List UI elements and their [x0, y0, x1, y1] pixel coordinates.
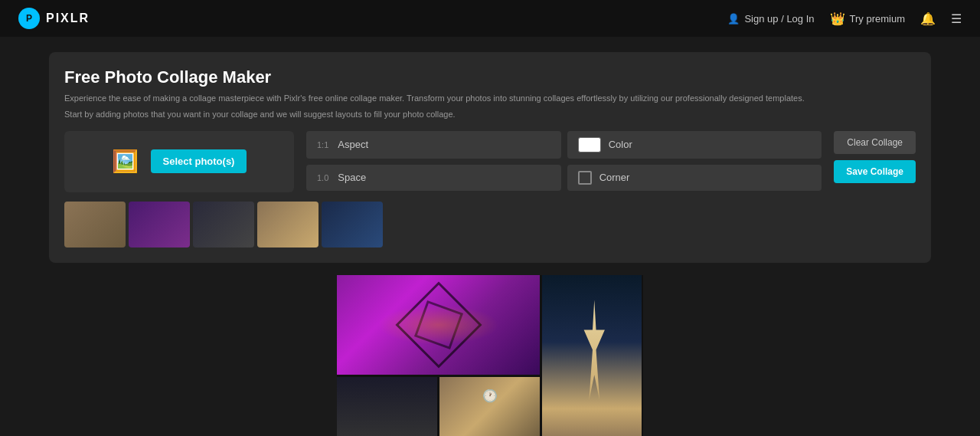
- color-swatch: [578, 137, 601, 152]
- page-desc1: Experience the ease of making a collage …: [64, 92, 916, 105]
- notifications-icon[interactable]: 🔔: [920, 11, 936, 26]
- line-shape-2: [413, 300, 462, 349]
- corner-label: Corner: [599, 172, 630, 183]
- options-grid: 1:1 Aspect Color 1.0 Space Corner: [306, 131, 822, 191]
- aspect-button[interactable]: 1:1 Aspect: [306, 131, 561, 159]
- page-title: Free Photo Collage Maker: [64, 67, 916, 87]
- list-item[interactable]: [64, 202, 126, 248]
- collage-grid: [337, 275, 643, 437]
- aspect-prefix-label: 1:1: [317, 140, 328, 149]
- list-item[interactable]: [257, 202, 318, 248]
- navbar-right: 👤 Sign up / Log In 👑 Try premium 🔔 ☰: [727, 11, 962, 26]
- pixlr-logo-icon: P: [18, 8, 40, 29]
- user-icon: 👤: [727, 13, 740, 25]
- line-shape-1: [395, 281, 482, 368]
- collage-preview: [49, 275, 931, 437]
- collage-cell-top-left: [337, 275, 540, 375]
- crown-icon: 👑: [830, 11, 845, 26]
- thumbnails-row: [64, 202, 916, 248]
- collage-sub-cell-left: [337, 377, 437, 437]
- list-item[interactable]: [193, 202, 254, 248]
- sign-up-button[interactable]: 👤 Sign up / Log In: [727, 13, 814, 25]
- save-collage-button[interactable]: Save Collage: [834, 160, 916, 183]
- main-container: Free Photo Collage Maker Experience the …: [31, 37, 949, 436]
- lines-decoration: [337, 275, 540, 375]
- collage-sub-cell-right: [439, 377, 540, 437]
- space-prefix-label: 1.0: [317, 173, 328, 182]
- pixlr-logo-text: PIXLR: [46, 11, 90, 25]
- upload-area: 🖼️ Select photo(s): [64, 131, 294, 192]
- premium-button[interactable]: 👑 Try premium: [830, 11, 905, 26]
- list-item[interactable]: [129, 202, 190, 248]
- page-desc2: Start by adding photos that you want in …: [64, 110, 916, 119]
- space-label: Space: [338, 172, 366, 183]
- collage-cell-bottom-left: [337, 377, 540, 437]
- logo-area: P PIXLR: [18, 8, 90, 29]
- navbar: P PIXLR 👤 Sign up / Log In 👑 Try premium…: [0, 0, 980, 37]
- controls-row: 🖼️ Select photo(s) 1:1 Aspect Color 1.0 …: [64, 131, 916, 192]
- color-button[interactable]: Color: [567, 131, 822, 159]
- upload-icon: 🖼️: [112, 149, 139, 174]
- clear-collage-button[interactable]: Clear Collage: [834, 131, 916, 154]
- collage-card: Free Photo Collage Maker Experience the …: [49, 52, 931, 263]
- list-item[interactable]: [322, 202, 383, 248]
- collage-cell-right: [542, 275, 642, 437]
- select-photos-button[interactable]: Select photo(s): [151, 149, 247, 173]
- aspect-label: Aspect: [338, 139, 368, 150]
- menu-icon[interactable]: ☰: [951, 11, 962, 26]
- corner-box-icon: [578, 171, 592, 185]
- color-label: Color: [609, 139, 632, 150]
- actions-column: Clear Collage Save Collage: [834, 131, 916, 183]
- corner-button[interactable]: Corner: [567, 165, 822, 191]
- space-button[interactable]: 1.0 Space: [306, 165, 561, 191]
